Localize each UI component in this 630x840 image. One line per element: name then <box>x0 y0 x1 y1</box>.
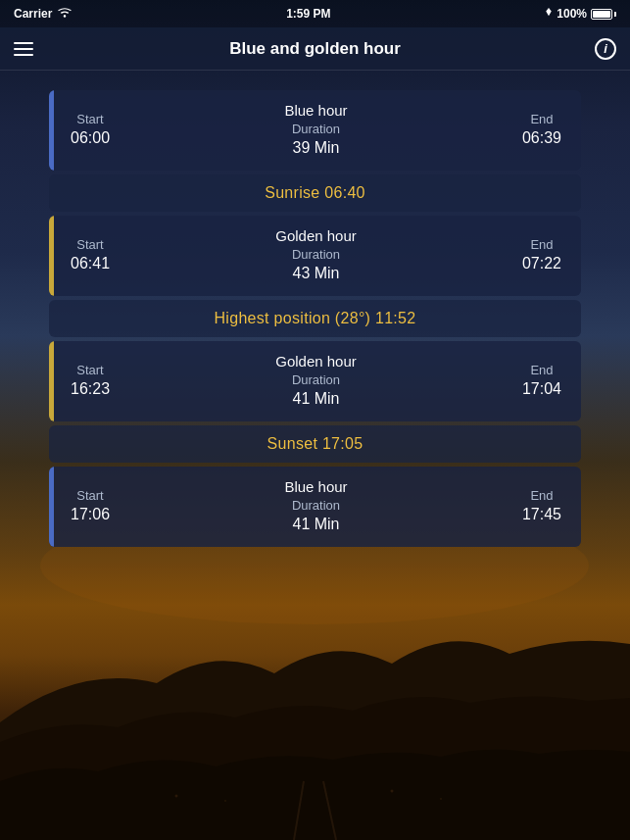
start-value-1: 06:00 <box>71 129 110 147</box>
nav-title: Blue and golden hour <box>229 39 401 59</box>
blue-hour-morning-start-col: Start 06:00 <box>71 112 110 147</box>
duration-label-4: Duration <box>292 498 340 513</box>
end-value-1: 06:39 <box>522 129 561 147</box>
golden-hour-evening-inner: Start 16:23 Golden hour Duration 41 Min … <box>49 341 581 421</box>
golden-hour-morning-end-col: End 07:22 <box>522 237 561 272</box>
end-value-4: 17:45 <box>522 506 561 523</box>
end-label-3: End <box>530 363 553 377</box>
blue-border-morning <box>49 90 54 171</box>
sunset-event: Sunset 17:05 <box>49 425 581 463</box>
status-bar: Carrier 1:59 PM 100% <box>0 0 630 27</box>
blue-hour-morning-card: Start 06:00 Blue hour Duration 39 Min En… <box>49 90 581 171</box>
blue-hour-evening-center-col: Blue hour Duration 41 Min <box>284 478 347 533</box>
sunrise-text: Sunrise 06:40 <box>265 184 365 202</box>
info-button[interactable]: i <box>595 38 616 60</box>
gold-border-evening <box>49 341 54 421</box>
duration-label-2: Duration <box>292 247 340 262</box>
golden-hour-morning-inner: Start 06:41 Golden hour Duration 43 Min … <box>49 216 581 296</box>
blue-hour-evening-inner: Start 17:06 Blue hour Duration 41 Min En… <box>49 467 581 547</box>
blue-border-evening <box>49 467 54 547</box>
start-value-4: 17:06 <box>71 506 110 523</box>
start-value-2: 06:41 <box>71 255 110 272</box>
end-label-4: End <box>530 488 553 503</box>
duration-value-4: 41 Min <box>292 516 339 533</box>
highest-position-event: Highest position (28°) 11:52 <box>49 300 581 337</box>
blue-hour-morning-title: Blue hour <box>284 102 347 119</box>
svg-point-7 <box>64 15 66 17</box>
gold-border-morning <box>49 216 54 296</box>
main-content: Start 06:00 Blue hour Duration 39 Min En… <box>0 71 630 567</box>
status-left: Carrier <box>14 7 72 21</box>
end-label-1: End <box>530 112 553 126</box>
golden-hour-morning-start-col: Start 06:41 <box>71 237 110 272</box>
duration-value-3: 41 Min <box>292 390 339 408</box>
golden-hour-evening-title: Golden hour <box>275 353 357 370</box>
blue-hour-morning-inner: Start 06:00 Blue hour Duration 39 Min En… <box>49 90 581 171</box>
blue-hour-evening-start-col: Start 17:06 <box>71 488 110 523</box>
golden-hour-morning-center-col: Golden hour Duration 43 Min <box>275 227 357 282</box>
landscape-silhouette <box>0 546 630 840</box>
status-right: 100% <box>545 7 616 21</box>
svg-point-4 <box>224 800 226 802</box>
svg-point-3 <box>175 795 178 798</box>
carrier-text: Carrier <box>14 7 52 21</box>
blue-hour-evening-card: Start 17:06 Blue hour Duration 41 Min En… <box>49 467 581 547</box>
sunrise-event: Sunrise 06:40 <box>49 174 581 212</box>
location-icon <box>545 7 553 21</box>
golden-hour-evening-end-col: End 17:04 <box>522 363 561 398</box>
start-label-2: Start <box>76 237 103 252</box>
end-value-3: 17:04 <box>522 380 561 398</box>
duration-label-3: Duration <box>292 372 340 387</box>
start-label-1: Start <box>76 112 103 126</box>
duration-label-1: Duration <box>292 122 340 136</box>
golden-hour-evening-card: Start 16:23 Golden hour Duration 41 Min … <box>49 341 581 421</box>
blue-hour-morning-center-col: Blue hour Duration 39 Min <box>284 102 347 157</box>
blue-hour-evening-title: Blue hour <box>284 478 347 495</box>
duration-value-2: 43 Min <box>292 265 339 282</box>
blue-hour-evening-end-col: End 17:45 <box>522 488 561 523</box>
svg-point-6 <box>440 798 442 800</box>
golden-hour-morning-card: Start 06:41 Golden hour Duration 43 Min … <box>49 216 581 296</box>
sunset-text: Sunset 17:05 <box>267 435 363 453</box>
highest-position-text: Highest position (28°) 11:52 <box>214 310 415 327</box>
start-label-4: Start <box>76 488 103 503</box>
end-value-2: 07:22 <box>522 255 561 272</box>
duration-value-1: 39 Min <box>292 139 339 157</box>
menu-button[interactable] <box>14 42 33 56</box>
golden-hour-evening-start-col: Start 16:23 <box>71 363 110 398</box>
status-time: 1:59 PM <box>286 7 330 21</box>
svg-point-5 <box>391 790 394 793</box>
hamburger-line-3 <box>14 54 33 56</box>
start-label-3: Start <box>76 363 103 377</box>
hamburger-line-1 <box>14 42 33 44</box>
end-label-2: End <box>530 237 553 252</box>
nav-bar: Blue and golden hour i <box>0 27 630 71</box>
blue-hour-morning-end-col: End 06:39 <box>522 112 561 147</box>
golden-hour-morning-title: Golden hour <box>275 227 357 244</box>
info-icon: i <box>604 41 607 56</box>
start-value-3: 16:23 <box>71 380 110 398</box>
wifi-icon <box>58 7 72 21</box>
hamburger-line-2 <box>14 48 33 50</box>
battery-percent: 100% <box>557 7 587 21</box>
battery-icon <box>591 9 616 20</box>
golden-hour-evening-center-col: Golden hour Duration 41 Min <box>275 353 357 408</box>
